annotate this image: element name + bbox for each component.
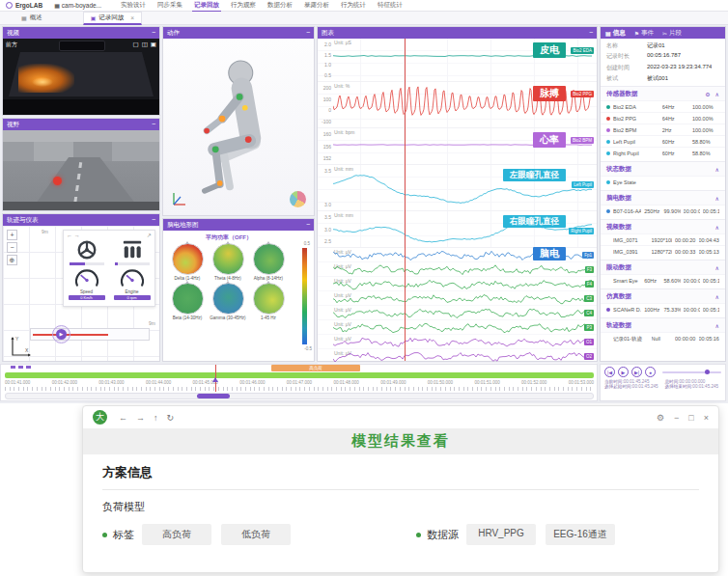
sensor-badge: Bio2 EDA: [571, 47, 594, 54]
chevron-up-icon[interactable]: ∧: [715, 166, 719, 173]
timeline-scrollbar[interactable]: [5, 393, 594, 399]
zoom-in-button[interactable]: +: [7, 230, 17, 240]
menu-item-4[interactable]: 数据分析: [267, 1, 293, 10]
playback-button-2[interactable]: ▶|: [631, 367, 642, 377]
sensor-row[interactable]: Bio2 PPG64Hz100.00%: [601, 112, 725, 123]
info-row-3: 被试被试001: [601, 72, 725, 84]
trajectory-play-marker[interactable]: ▶: [52, 325, 70, 343]
popup-nav-icon-1[interactable]: →: [136, 413, 145, 423]
motion-content[interactable]: [163, 39, 314, 215]
orbit-control-ball[interactable]: [290, 191, 306, 207]
section-header-0[interactable]: 传感器数据⚙∧: [601, 86, 725, 100]
waveform: [333, 262, 595, 276]
playback-button-1[interactable]: ▶: [618, 367, 629, 377]
collapse-icon[interactable]: −: [306, 28, 310, 38]
menu-item-7[interactable]: 特征统计: [378, 1, 403, 10]
chart-track-2: Unit: bpm160156152心率Bio2 BPM: [318, 128, 597, 165]
tag-chip-0[interactable]: 高负荷: [142, 524, 211, 545]
playback-button-3[interactable]: ●: [645, 367, 656, 377]
sensor-row[interactable]: IMG_00711920*108000:00:2000:04:43: [601, 233, 725, 245]
collapse-icon[interactable]: −: [152, 28, 155, 38]
popup-window-icon-1[interactable]: −: [674, 413, 679, 423]
svg-text:X: X: [25, 347, 29, 353]
section-header-6[interactable]: 轨迹数据∧: [601, 317, 725, 332]
info-label: 记录时长: [606, 52, 647, 61]
section-header-4[interactable]: 眼动数据∧: [601, 260, 725, 274]
chart-playhead[interactable]: [405, 39, 406, 361]
menu-item-2[interactable]: 记录回放: [194, 1, 219, 10]
cell: 00:00:00: [675, 336, 695, 342]
split-view-icon[interactable]: ▣: [151, 41, 156, 47]
gear-icon[interactable]: ⚙: [705, 91, 710, 97]
sensor-row[interactable]: SCANeR D...100Hz75.33%00:00:0000:05:16: [601, 303, 725, 315]
sensor-row[interactable]: Bio2 EDA64Hz100.00%: [601, 100, 725, 112]
popup-window-icon-0[interactable]: ⚙: [657, 413, 664, 423]
menu-item-5[interactable]: 暴露分析: [304, 1, 329, 10]
source-chip-1[interactable]: EEG-16通道: [546, 524, 615, 545]
tab-record-playback[interactable]: ▣记录回放×: [83, 12, 142, 25]
timeline-data-bar[interactable]: [5, 372, 594, 378]
chevron-up-icon[interactable]: ∧: [715, 293, 719, 300]
chevron-up-icon[interactable]: ∧: [715, 264, 719, 271]
sensor-row[interactable]: IMG_03911280*72000:00:3300:05:13: [601, 245, 725, 257]
collapse-icon[interactable]: −: [152, 215, 155, 225]
chevron-up-icon[interactable]: ∧: [715, 224, 719, 231]
collapse-icon[interactable]: −: [152, 120, 155, 129]
popup-window-icon-3[interactable]: ×: [704, 413, 709, 423]
sensor-row[interactable]: Right Pupil60Hz58.80%: [601, 147, 725, 158]
card-expand-icon[interactable]: ↗: [147, 232, 152, 238]
card-forward-icon[interactable]: →: [74, 233, 80, 238]
float-window-icon[interactable]: ◫: [142, 41, 148, 47]
popup-nav-icon-0[interactable]: ←: [119, 413, 127, 423]
sensor-row[interactable]: 记录01-轨迹Null00:00:0000:05:16: [601, 332, 725, 344]
menu-item-1[interactable]: 同步采集: [157, 1, 182, 10]
sensor-row[interactable]: Smart Eye60Hz58.60%00:00:0000:05:16: [601, 274, 725, 286]
timeline[interactable]: 高负荷 00:01:41.00000:01:42.00000:01:43.000…: [0, 364, 598, 401]
scrollbar-thumb[interactable]: [197, 394, 230, 398]
cell: 00:00:20: [675, 237, 695, 243]
menu-item-3[interactable]: 行为观察: [231, 1, 256, 10]
popup-nav-icon-2[interactable]: ↑: [154, 413, 158, 423]
section-header-3[interactable]: 视频数据∧: [601, 219, 725, 233]
sensor-row[interactable]: Eye State: [601, 176, 725, 187]
playback-slider[interactable]: [662, 371, 721, 373]
trajectory-selection[interactable]: ▶: [30, 328, 150, 341]
source-chip-0[interactable]: HRV_PPG: [466, 524, 536, 545]
playback-button-0[interactable]: |◀: [604, 367, 615, 377]
sidebar-tab-2[interactable]: ✂片段: [662, 29, 682, 38]
chevron-up-icon[interactable]: ∧: [715, 195, 719, 202]
section-header-5[interactable]: 仿真数据∧: [601, 288, 725, 303]
section-header-1[interactable]: 状态数据∧: [601, 161, 725, 176]
popup-window-icon-2[interactable]: □: [688, 413, 693, 423]
sidebar-tab-1[interactable]: ⚑事件: [634, 29, 654, 38]
sensor-row[interactable]: B07-016-AA...250Hz99.90%00:00:0000:05:16: [601, 205, 725, 216]
tag-chip-1[interactable]: 低负荷: [221, 524, 291, 545]
sensor-dot-icon: [606, 238, 610, 242]
section-header-2[interactable]: 脑电数据∧: [601, 190, 725, 205]
sensor-row[interactable]: Bio2 BPM2Hz100.00%: [601, 123, 725, 135]
menu-item-6[interactable]: 行为统计: [341, 1, 366, 10]
slider-handle[interactable]: [705, 370, 710, 374]
overview-tab[interactable]: ▦概述: [21, 14, 42, 22]
sidebar-tab-0[interactable]: ▤信息: [605, 29, 626, 38]
project-selector[interactable]: ▦cam-boyade...: [54, 2, 101, 9]
chevron-up-icon[interactable]: ∧: [715, 91, 719, 97]
chevron-up-icon[interactable]: ∧: [715, 322, 719, 329]
tab-close-icon[interactable]: ×: [130, 14, 134, 21]
timeline-marker[interactable]: [212, 377, 218, 382]
fullscreen-icon[interactable]: ▢: [133, 41, 139, 47]
vehicle-dashboard-card[interactable]: ← →↗ Speed: [63, 230, 155, 307]
collapse-icon[interactable]: −: [589, 28, 593, 38]
cell: 00:04:43: [699, 237, 719, 243]
sensor-row[interactable]: Left Pupil60Hz58.80%: [601, 135, 725, 147]
zoom-reset-button[interactable]: ⊕: [7, 255, 17, 265]
menu-item-0[interactable]: 实验设计: [121, 1, 146, 10]
chart-body[interactable]: Unit: μS2.01.51.00.5皮电Bio2 EDAUnit: %200…: [318, 39, 597, 361]
zoom-out-button[interactable]: −: [7, 242, 17, 253]
collapse-icon[interactable]: −: [306, 220, 310, 230]
timeline-segment[interactable]: 高负荷: [271, 365, 360, 371]
popup-nav-icon-3[interactable]: ↻: [167, 413, 175, 423]
cell: Bio2 PPG: [613, 116, 659, 122]
eeg-channel-F4: Unit: μVF4: [318, 277, 597, 291]
card-back-icon[interactable]: ←: [67, 233, 72, 238]
